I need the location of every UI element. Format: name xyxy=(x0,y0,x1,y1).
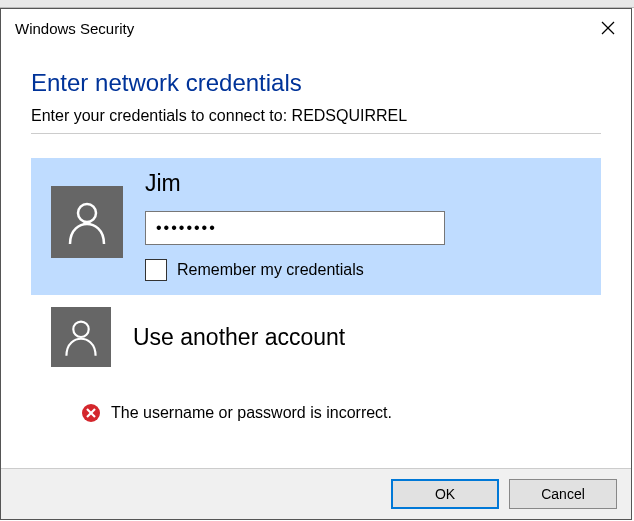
divider xyxy=(31,133,601,134)
svg-point-2 xyxy=(78,204,96,222)
account-fields: Jim Remember my credentials xyxy=(145,168,589,281)
error-message: The username or password is incorrect. xyxy=(111,404,392,422)
account-row-primary[interactable]: Jim Remember my credentials xyxy=(31,158,601,295)
alternate-account-label: Use another account xyxy=(133,324,345,351)
credentials-dialog: Windows Security Enter network credentia… xyxy=(0,8,632,520)
user-avatar-icon xyxy=(51,307,111,367)
dialog-content: Enter network credentials Enter your cre… xyxy=(1,45,631,423)
ok-button[interactable]: OK xyxy=(391,479,499,509)
account-row-alternate[interactable]: Use another account xyxy=(31,295,601,381)
button-bar: OK Cancel xyxy=(1,468,631,519)
error-row: The username or password is incorrect. xyxy=(81,403,601,423)
window-title: Windows Security xyxy=(15,20,134,37)
user-avatar-icon xyxy=(51,186,123,258)
close-icon[interactable] xyxy=(597,17,619,39)
dialog-heading: Enter network credentials xyxy=(31,69,601,97)
error-icon xyxy=(81,403,101,423)
cancel-button[interactable]: Cancel xyxy=(509,479,617,509)
svg-point-3 xyxy=(73,322,88,337)
dialog-subheading: Enter your credentials to connect to: RE… xyxy=(31,107,601,125)
remember-checkbox[interactable] xyxy=(145,259,167,281)
remember-row: Remember my credentials xyxy=(145,259,589,281)
password-field[interactable] xyxy=(145,211,445,245)
remember-label: Remember my credentials xyxy=(177,261,364,279)
titlebar: Windows Security xyxy=(1,9,631,45)
background-strip xyxy=(0,0,634,8)
account-username: Jim xyxy=(145,170,589,197)
